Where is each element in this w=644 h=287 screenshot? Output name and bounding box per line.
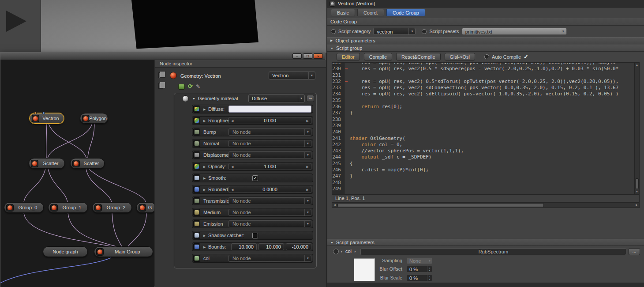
reload-icon[interactable]: ⟳ [188, 83, 193, 90]
node-main-group[interactable]: Main Group [94, 246, 153, 257]
node-scatter[interactable]: Scatter [70, 158, 105, 169]
stepper-buttons[interactable]: ▲▼ [427, 266, 432, 272]
node-dropdown[interactable]: No node▼ [228, 255, 311, 262]
expander-icon[interactable]: ▶ [203, 165, 206, 169]
window-titlebar[interactable]: ─ ❐ ✕ [0, 53, 325, 60]
spin-down-icon[interactable]: ▼ [427, 269, 432, 272]
script-category-radio[interactable] [331, 29, 336, 34]
line-number: 241 [332, 136, 343, 142]
bounds-field[interactable]: -10.000 [286, 243, 311, 250]
node-dropdown[interactable]: No node▼ [228, 140, 311, 147]
auto-compile-toggle[interactable]: Auto Compile ✓ [484, 53, 528, 60]
close-button[interactable]: ✕ [314, 53, 323, 59]
setting-label: Sampling [375, 258, 402, 263]
node-g[interactable]: G [136, 202, 154, 213]
expander-icon[interactable]: ▶ [203, 177, 206, 180]
paste-node-icon[interactable] [158, 83, 163, 89]
node-vectron[interactable]: Vectron [30, 113, 64, 124]
node-node-graph[interactable]: Node graph [43, 246, 88, 257]
value-spinner[interactable]: ◀1.000▶ [228, 163, 311, 170]
maximize-button[interactable]: ❐ [303, 53, 312, 59]
copy-node-icon[interactable] [158, 72, 163, 78]
code-editor[interactable]: 229 res = opU( res, vec2( opU( sdTorus2(… [332, 62, 640, 195]
node-dropdown[interactable]: No node▼ [228, 220, 311, 227]
next-arrow-icon[interactable]: ▸ [355, 250, 356, 253]
node-group-0[interactable]: Group_0 [4, 202, 44, 213]
parameter-type-button[interactable]: RgbSpectrum [360, 248, 626, 255]
scrollbar-thumb[interactable] [635, 178, 639, 189]
value-spinner[interactable]: ◀0.0000▶ [228, 186, 311, 193]
node-label: Scatter [79, 161, 104, 166]
editor-vertical-scrollbar[interactable]: ▲ ▼ [634, 63, 639, 194]
scrollbar-thumb[interactable] [337, 203, 544, 207]
script-parameters-section[interactable]: ▼ Script parameters [327, 239, 644, 246]
node-dropdown[interactable]: No node▼ [228, 151, 311, 159]
spin-right-icon[interactable]: ▶ [307, 165, 309, 169]
bounds-field[interactable]: 10.000 [258, 243, 284, 250]
auto-compile-radio[interactable] [484, 54, 489, 59]
expander-icon[interactable]: ▶ [203, 245, 206, 249]
script-presets-dropdown[interactable]: primitives.txt ▼ [462, 28, 567, 35]
node-group-1[interactable]: Group_1 [48, 202, 88, 213]
prev-arrow-icon[interactable]: ▸ [341, 250, 343, 253]
geometry-type-dropdown[interactable]: Vectron ▼ [269, 72, 315, 79]
value-field[interactable]: 0 %▲▼ [407, 266, 432, 272]
scroll-right-icon[interactable]: ▶ [634, 203, 639, 208]
dropdown-value: No node [232, 210, 251, 215]
collapse-open-icon[interactable]: ▼ [192, 97, 195, 100]
render-viewport[interactable] [0, 0, 326, 53]
checkbox[interactable] [252, 233, 258, 238]
tab-code-group[interactable]: Code Group [386, 9, 425, 16]
spin-down-icon[interactable]: ▼ [427, 278, 432, 280]
dropdown-value: No node [232, 221, 251, 227]
node-group-2[interactable]: Group_2 [92, 202, 132, 213]
expander-icon[interactable]: ▶ [203, 234, 206, 238]
script-presets-radio[interactable] [422, 29, 427, 34]
script-group-section[interactable]: ▼ Script group [327, 45, 644, 52]
more-options-button[interactable]: ... [629, 248, 640, 255]
node-dropdown[interactable]: No node▼ [228, 197, 311, 204]
open-material-node-button[interactable]: ↪ [307, 95, 314, 102]
glsl-osl-button[interactable]: Glsl->Osl [445, 53, 476, 60]
material-type-dropdown[interactable]: Diffuse ▼ [248, 94, 305, 102]
object-parameters-section[interactable]: ▶ Object parameters [327, 37, 644, 44]
line-number: 240 [332, 129, 343, 135]
parameter-pin-icon[interactable] [333, 249, 339, 254]
scroll-down-icon[interactable]: ▼ [635, 189, 639, 194]
expander-icon[interactable]: ▶ [203, 119, 206, 123]
minimize-button[interactable]: ─ [292, 53, 302, 59]
checkbox[interactable]: ✓ [252, 175, 258, 181]
node-graph-canvas[interactable]: VectronPolygonScatterScatterGroup_0Group… [0, 60, 154, 287]
spin-right-icon[interactable]: ▶ [307, 119, 309, 123]
tab-coord[interactable]: Coord. [357, 9, 384, 16]
node-type-icon[interactable] [178, 84, 185, 90]
node-polygon[interactable]: Polygon [80, 113, 108, 124]
node-scatter[interactable]: Scatter [29, 158, 65, 169]
editor-horizontal-scrollbar[interactable]: ◀ ▶ [332, 202, 640, 208]
node-dropdown[interactable]: No node▼ [228, 128, 311, 136]
value-field[interactable]: 0 %▲▼ [407, 275, 432, 281]
color-swatch[interactable] [228, 106, 311, 113]
param-row-smooth: ▶Smooth:✓ [192, 174, 313, 182]
code-line: 241shader OslGeometry( [332, 136, 634, 142]
code-line: 239 [332, 123, 634, 129]
edit-icon[interactable]: ✎ [196, 83, 200, 90]
expander-icon[interactable]: ▶ [203, 108, 206, 111]
script-category-dropdown[interactable]: vectron ▼ [373, 28, 416, 35]
tab-basic[interactable]: Basic [331, 9, 355, 16]
stepper-buttons[interactable]: ▲▼ [427, 275, 432, 281]
editor-button[interactable]: Editor [337, 53, 360, 60]
scroll-up-icon[interactable]: ▲ [635, 63, 639, 68]
compile-button[interactable]: Compile [364, 53, 392, 60]
dropdown-value: None [409, 258, 421, 264]
field-value: 0 % [409, 267, 418, 272]
value-spinner[interactable]: ◀0.000▶ [228, 117, 311, 124]
node-dropdown[interactable]: No node▼ [228, 209, 311, 216]
chevron-down-icon: ▼ [304, 255, 311, 261]
geometry-node-icon [170, 72, 177, 79]
bounds-field[interactable]: 10.000 [231, 243, 257, 250]
expander-icon[interactable]: ▶ [203, 188, 206, 192]
spin-right-icon[interactable]: ▶ [307, 188, 309, 192]
scroll-left-icon[interactable]: ◀ [332, 203, 337, 208]
reset-compile-button[interactable]: Reset&Compile [396, 53, 440, 60]
